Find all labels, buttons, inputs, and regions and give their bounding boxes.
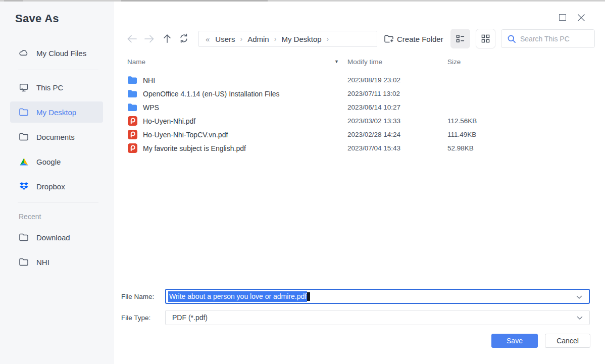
- file-modified: 2023/07/04 15:43: [347, 144, 400, 152]
- folder-icon: [127, 75, 137, 85]
- dialog-title: Save As: [15, 12, 59, 25]
- search-input[interactable]: [520, 35, 586, 43]
- pdf-file-icon: [127, 143, 137, 153]
- list-view-icon: [456, 34, 465, 43]
- file-size: 52.98KB: [447, 144, 474, 152]
- create-folder-label: Create Folder: [397, 35, 443, 43]
- table-row[interactable]: My favorite subject is English.pdf 2023/…: [127, 141, 592, 155]
- file-modified: 2023/02/28 14:24: [347, 131, 400, 138]
- file-name: Ho-Uyen-Nhi.pdf: [143, 117, 195, 125]
- grid-view-button[interactable]: [476, 29, 495, 48]
- folder-plus-icon: [384, 34, 394, 44]
- create-folder-button[interactable]: Create Folder: [384, 32, 443, 45]
- pdf-file-icon: [127, 116, 137, 126]
- column-header-modify-time[interactable]: Modify time: [347, 58, 382, 66]
- sidebar-item-this-pc[interactable]: This PC: [10, 77, 103, 98]
- cloud-icon: [19, 48, 29, 58]
- folder-icon: [19, 232, 29, 242]
- file-name: Ho-Uyen-Nhi-TopCV.vn.pdf: [143, 131, 228, 139]
- folder-icon: [19, 132, 29, 142]
- chevron-down-icon[interactable]: [576, 315, 583, 322]
- breadcrumb-collapse-icon[interactable]: «: [206, 35, 210, 43]
- table-row[interactable]: OpenOffice 4.1.14 (en-US) Installation F…: [127, 87, 592, 100]
- sidebar-item-label: This PC: [36, 83, 63, 92]
- cancel-button[interactable]: Cancel: [545, 334, 590, 348]
- file-name: OpenOffice 4.1.14 (en-US) Installation F…: [143, 90, 280, 98]
- sort-descending-icon[interactable]: ▼: [334, 59, 339, 64]
- column-header-size[interactable]: Size: [447, 58, 461, 66]
- sidebar-item-dropbox[interactable]: Dropbox: [10, 176, 103, 197]
- background-window-edge-segment: [121, 0, 268, 2]
- sidebar-item-label: My Cloud Files: [36, 49, 86, 58]
- file-name: WPS: [143, 103, 159, 112]
- sidebar-item-download[interactable]: Download: [10, 227, 103, 248]
- maximize-button[interactable]: [559, 14, 566, 21]
- sidebar: Save As My Cloud Files This PC My Deskto…: [0, 2, 114, 364]
- file-modified: 2023/08/19 23:02: [347, 76, 400, 84]
- breadcrumb-my-desktop[interactable]: My Desktop: [281, 35, 321, 43]
- file-size: 111.49KB: [447, 131, 476, 138]
- table-row[interactable]: WPS 2023/06/14 10:27: [127, 100, 592, 114]
- google-drive-icon: [19, 157, 29, 167]
- file-name-input[interactable]: Write about a person you love or admire.…: [165, 289, 590, 304]
- search-box[interactable]: [501, 29, 595, 48]
- list-view-button[interactable]: [450, 29, 470, 48]
- chevron-down-icon[interactable]: [576, 294, 583, 301]
- table-row[interactable]: Ho-Uyen-Nhi.pdf 2023/03/02 13:33 112.56K…: [127, 114, 592, 128]
- chevron-right-icon: ›: [274, 35, 277, 43]
- search-icon: [507, 34, 516, 43]
- sidebar-item-google[interactable]: Google: [10, 151, 103, 172]
- breadcrumb-admin[interactable]: Admin: [247, 35, 269, 43]
- sidebar-divider: [18, 202, 98, 202]
- table-row[interactable]: Ho-Uyen-Nhi-TopCV.vn.pdf 2023/02/28 14:2…: [127, 128, 592, 141]
- column-header-name[interactable]: Name: [127, 58, 145, 66]
- table-row[interactable]: NHI 2023/08/19 23:02: [127, 73, 592, 87]
- breadcrumb: « Users › Admin › My Desktop ›: [198, 31, 377, 47]
- file-name: My favorite subject is English.pdf: [143, 144, 246, 152]
- sidebar-item-documents[interactable]: Documents: [10, 126, 103, 147]
- file-type-select[interactable]: PDF (*.pdf): [165, 310, 590, 325]
- file-modified: 2023/07/11 13:02: [347, 90, 400, 97]
- file-modified: 2023/06/14 10:27: [347, 103, 400, 111]
- folder-icon: [19, 107, 29, 117]
- breadcrumb-users[interactable]: Users: [215, 35, 235, 43]
- forward-arrow-icon[interactable]: [144, 33, 155, 44]
- refresh-icon[interactable]: [179, 33, 190, 44]
- folder-icon: [127, 102, 137, 113]
- file-type-value: PDF (*.pdf): [172, 314, 208, 322]
- file-name-value-selected: Write about a person you love or admire.…: [168, 291, 307, 302]
- up-arrow-icon[interactable]: [162, 33, 173, 44]
- file-size: 112.56KB: [447, 117, 477, 125]
- sidebar-item-nhi[interactable]: NHI: [10, 251, 103, 273]
- sidebar-item-my-desktop[interactable]: My Desktop: [10, 101, 103, 123]
- sidebar-item-label: NHI: [36, 258, 49, 267]
- recent-section-label: Recent: [19, 213, 41, 221]
- pdf-file-icon: [127, 130, 137, 140]
- chevron-right-icon: ›: [240, 35, 243, 43]
- back-arrow-icon[interactable]: [126, 33, 137, 44]
- sidebar-item-label: My Desktop: [36, 108, 76, 117]
- folder-icon: [19, 257, 29, 267]
- sidebar-item-label: Dropbox: [36, 182, 65, 191]
- text-caret: [307, 292, 310, 301]
- sidebar-divider: [18, 70, 98, 70]
- grid-view-icon: [481, 34, 490, 43]
- save-button[interactable]: Save: [491, 334, 538, 348]
- sidebar-item-my-cloud-files[interactable]: My Cloud Files: [10, 42, 103, 64]
- file-name: NHI: [143, 76, 155, 84]
- chevron-right-icon: ›: [327, 35, 329, 43]
- folder-icon: [127, 89, 137, 99]
- sidebar-item-label: Google: [36, 158, 61, 166]
- sidebar-item-label: Download: [36, 233, 70, 242]
- save-as-dialog: Save As My Cloud Files This PC My Deskto…: [0, 0, 605, 364]
- file-modified: 2023/03/02 13:33: [347, 117, 400, 125]
- monitor-icon: [19, 82, 29, 92]
- file-name-label: File Name:: [121, 293, 154, 300]
- close-icon[interactable]: [577, 13, 586, 22]
- sidebar-item-label: Documents: [36, 133, 75, 141]
- dropbox-icon: [19, 181, 29, 191]
- file-type-label: File Type:: [121, 314, 150, 322]
